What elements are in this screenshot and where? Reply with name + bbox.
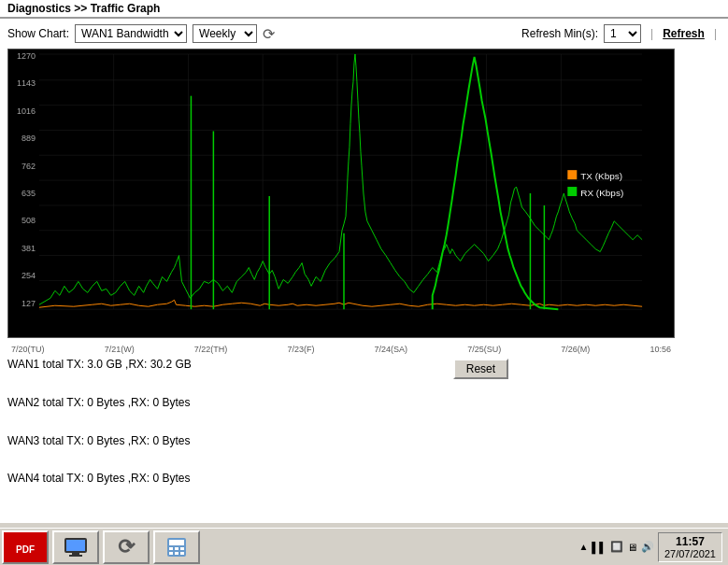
- svg-rect-35: [169, 540, 184, 545]
- x-label-4: 7/24(SA): [375, 345, 408, 354]
- period-select[interactable]: Weekly Daily Monthly: [193, 24, 257, 43]
- x-label-1: 7/21(W): [105, 345, 135, 354]
- start-icon: PDF: [12, 534, 38, 560]
- x-label-5: 7/25(SU): [467, 345, 501, 354]
- stats-section: WAN1 total TX: 3.0 GB ,RX: 30.2 GB WAN2 …: [7, 355, 721, 488]
- svg-rect-26: [567, 187, 577, 196]
- tray-signal-icon: ▌▌: [592, 542, 607, 553]
- tray-monitor-icon: 🖥: [627, 542, 637, 553]
- start-button[interactable]: PDF: [2, 530, 49, 564]
- y-label-6: 508: [8, 216, 38, 225]
- x-label-6: 7/26(M): [561, 345, 590, 354]
- refresh-spinner-icon: ⟳: [263, 25, 275, 43]
- pipe-divider-right: |: [714, 27, 717, 40]
- clock-time: 11:57: [664, 535, 716, 548]
- svg-rect-24: [567, 170, 577, 179]
- refresh-min-select[interactable]: 1 5 10: [604, 24, 641, 43]
- y-label-3: 889: [8, 134, 38, 143]
- x-label-7: 10:56: [649, 345, 671, 354]
- svg-rect-31: [72, 552, 79, 555]
- x-label-3: 7/23(F): [287, 345, 314, 354]
- svg-text:PDF: PDF: [16, 544, 35, 555]
- y-label-7: 381: [8, 244, 38, 253]
- system-tray: ▲ ▌▌ 🔲 🖥 🔊 11:57 27/07/2021: [573, 532, 728, 562]
- svg-rect-36: [169, 547, 173, 550]
- svg-text:RX (Kbps): RX (Kbps): [580, 188, 623, 198]
- tray-volume-icon: 🔊: [641, 541, 654, 553]
- taskbar: PDF ⟳ ▲ ▌▌ 🔲 🖥 🔊: [0, 528, 728, 565]
- taskbar-btn-calc[interactable]: [153, 530, 200, 564]
- taskbar-btn-6[interactable]: ⟳: [103, 530, 150, 564]
- clock-date: 27/07/2021: [664, 548, 716, 559]
- taskbar-btn-monitor[interactable]: [52, 530, 99, 564]
- tray-network-icon: 🔲: [610, 541, 623, 553]
- y-label-8: 254: [8, 271, 38, 280]
- chart-select[interactable]: WAN1 Bandwidth WAN2 Bandwidth WAN3 Bandw…: [75, 24, 187, 43]
- refresh-min-label: Refresh Min(s):: [521, 27, 598, 40]
- stat-wan2: WAN2 total TX: 0 Bytes ,RX: 0 Bytes: [7, 393, 192, 412]
- stat-wan4: WAN4 total TX: 0 Bytes ,RX: 0 Bytes: [7, 469, 192, 487]
- show-chart-label: Show Chart:: [7, 27, 69, 40]
- y-label-1: 1143: [8, 78, 38, 88]
- y-label-5: 635: [8, 189, 38, 198]
- svg-text:TX (Kbps): TX (Kbps): [580, 171, 622, 181]
- x-label-2: 7/22(TH): [194, 345, 228, 354]
- traffic-chart: 1270 1143 1016 889 762 635 508 381 254 1…: [7, 49, 675, 338]
- y-label-4: 762: [8, 162, 38, 171]
- y-label-9: 127: [8, 299, 38, 308]
- content-area: Show Chart: WAN1 Bandwidth WAN2 Bandwidt…: [0, 19, 728, 523]
- x-label-0: 7/20(TU): [11, 345, 45, 354]
- svg-rect-40: [175, 552, 178, 555]
- stat-wan1: WAN1 total TX: 3.0 GB ,RX: 30.2 GB: [7, 355, 192, 374]
- x-axis-labels: 7/20(TU) 7/21(W) 7/22(TH) 7/23(F) 7/24(S…: [7, 344, 675, 355]
- stat-wan3: WAN3 total TX: 0 Bytes ,RX: 0 Bytes: [7, 431, 192, 450]
- y-label-10: [8, 326, 38, 335]
- tray-arrow-icon[interactable]: ▲: [578, 542, 588, 552]
- y-axis-labels: 1270 1143 1016 889 762 635 508 381 254 1…: [8, 49, 38, 337]
- refresh-button[interactable]: Refresh: [663, 27, 705, 40]
- svg-rect-41: [180, 552, 184, 555]
- svg-rect-39: [169, 552, 173, 555]
- chart-svg: TX (Kbps) RX (Kbps): [8, 49, 674, 337]
- toolbar: Show Chart: WAN1 Bandwidth WAN2 Bandwidt…: [7, 24, 721, 43]
- svg-rect-37: [175, 547, 178, 550]
- svg-rect-32: [69, 555, 82, 557]
- breadcrumb: Diagnostics >> Traffic Graph: [0, 0, 728, 18]
- pipe-divider: |: [650, 27, 653, 40]
- reset-button[interactable]: Reset: [453, 359, 508, 379]
- svg-rect-33: [66, 540, 85, 551]
- system-clock: 11:57 27/07/2021: [658, 532, 722, 562]
- svg-rect-38: [180, 547, 184, 550]
- y-label-2: 1016: [8, 106, 38, 116]
- y-label-0: 1270: [8, 51, 38, 61]
